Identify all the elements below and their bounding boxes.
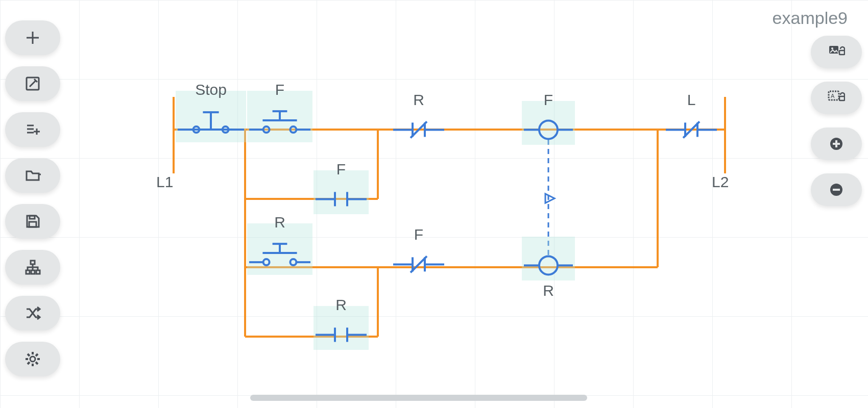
edit-button[interactable] xyxy=(5,66,60,101)
svg-rect-9 xyxy=(30,216,35,219)
plus-circle-icon xyxy=(828,136,845,152)
minus-circle-icon xyxy=(828,182,845,198)
label-lock-button[interactable]: A xyxy=(811,82,862,114)
shuffle-icon xyxy=(24,305,41,321)
zoom-out-button[interactable] xyxy=(811,173,862,206)
svg-rect-8 xyxy=(29,222,36,227)
horizontal-scrollbar[interactable] xyxy=(250,395,587,401)
label-lock-icon: A xyxy=(828,90,845,106)
zoom-in-button[interactable] xyxy=(811,128,862,160)
list-add-button[interactable] xyxy=(5,112,60,147)
floppy-icon xyxy=(24,213,41,230)
svg-point-14 xyxy=(30,356,35,362)
svg-text:A: A xyxy=(831,93,835,99)
open-button[interactable] xyxy=(5,158,60,193)
org-chart-icon xyxy=(24,259,41,275)
svg-rect-17 xyxy=(839,50,845,55)
settings-button[interactable] xyxy=(5,342,60,376)
svg-rect-12 xyxy=(31,270,35,274)
svg-rect-10 xyxy=(31,261,35,264)
svg-rect-11 xyxy=(26,270,30,274)
project-title: example9 xyxy=(773,8,848,28)
image-lock-button[interactable] xyxy=(811,36,862,68)
svg-point-16 xyxy=(831,47,833,49)
image-lock-icon xyxy=(828,44,845,60)
rail-label-L2: L2 xyxy=(712,173,729,191)
gear-icon xyxy=(24,351,41,367)
tree-button[interactable] xyxy=(5,250,60,285)
folder-icon xyxy=(24,167,41,184)
shuffle-button[interactable] xyxy=(5,296,60,330)
add-button[interactable] xyxy=(5,20,60,55)
plus-icon xyxy=(24,30,41,46)
app-root: example9 A StopFRFLFRFRR L1 L2 xyxy=(0,0,868,408)
list-plus-icon xyxy=(24,121,41,138)
save-button[interactable] xyxy=(5,204,60,239)
rail-label-L1: L1 xyxy=(156,173,173,191)
canvas-grid[interactable] xyxy=(0,0,868,408)
svg-rect-20 xyxy=(839,96,845,100)
svg-rect-13 xyxy=(36,270,40,274)
edit-icon xyxy=(24,75,41,92)
